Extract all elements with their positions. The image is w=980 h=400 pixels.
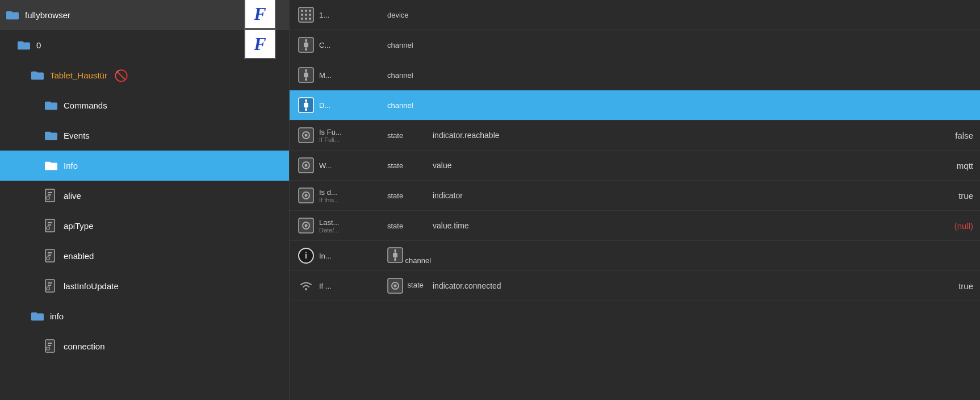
type-channel-d: channel bbox=[387, 101, 433, 110]
desc-main-lastinfo-val: Last... bbox=[319, 218, 387, 227]
content-row-lastinfo-val[interactable]: Last... Date/... state value.time (null) bbox=[290, 211, 980, 241]
role-lastinfo-val: value.time bbox=[433, 221, 928, 230]
folder-icon-tablet bbox=[30, 69, 45, 82]
desc-sub-lastinfo-val: Date/... bbox=[319, 227, 387, 234]
svg-point-23 bbox=[309, 10, 311, 12]
tree-item-fullybrowser[interactable]: fullybrowser F bbox=[0, 0, 289, 30]
content-row-channel-c[interactable]: C... channel bbox=[290, 30, 980, 60]
svg-rect-13 bbox=[48, 282, 52, 284]
tree-label-commands: Commands bbox=[64, 101, 107, 110]
tree-label-enabled: enabled bbox=[64, 251, 94, 261]
svg-point-28 bbox=[305, 18, 307, 20]
tree-item-apitype[interactable]: apiType bbox=[0, 211, 289, 241]
svg-rect-18 bbox=[48, 345, 51, 346]
tree-item-connection[interactable]: connection bbox=[0, 331, 289, 361]
tree-item-lastinfoupdate[interactable]: lastInfoUpdate bbox=[0, 271, 289, 301]
channel-c-icon bbox=[296, 35, 316, 55]
tree-item-0[interactable]: 0 F bbox=[0, 30, 289, 60]
letter-icon-1: F bbox=[244, 0, 276, 29]
content-row-info-channel[interactable]: i In... channel bbox=[290, 241, 980, 271]
tree-item-events[interactable]: Events bbox=[0, 120, 289, 151]
svg-point-38 bbox=[305, 69, 307, 72]
channel-d-icon bbox=[296, 95, 316, 115]
svg-point-34 bbox=[305, 48, 307, 51]
desc-main-apitype-val: W... bbox=[319, 161, 387, 170]
svg-point-65 bbox=[394, 285, 397, 288]
svg-rect-32 bbox=[304, 43, 308, 47]
desc-main-connection-val: If ... bbox=[319, 282, 387, 290]
svg-rect-17 bbox=[48, 343, 52, 344]
desc-col-lastinfo-val: Last... Date/... bbox=[319, 218, 387, 234]
svg-point-44 bbox=[305, 109, 307, 111]
content-row-channel-d[interactable]: D... channel bbox=[290, 90, 980, 120]
svg-rect-9 bbox=[48, 252, 52, 253]
svg-rect-14 bbox=[48, 285, 51, 286]
tree-label-lastinfoupdate: lastInfoUpdate bbox=[64, 281, 119, 291]
content-row-reachable[interactable]: Is Fu... If Fuli... state indicator.reac… bbox=[290, 120, 980, 151]
state-enabled-icon bbox=[296, 186, 316, 205]
tree-label-info2: info bbox=[50, 311, 64, 321]
tree-label-info: Info bbox=[64, 161, 78, 170]
file-icon-alive bbox=[43, 190, 59, 202]
folder-icon-commands bbox=[43, 99, 59, 112]
svg-point-21 bbox=[301, 10, 303, 12]
tree-label-apitype: apiType bbox=[64, 221, 94, 231]
tree-label-fullybrowser: fullybrowser bbox=[25, 10, 70, 20]
svg-point-22 bbox=[305, 10, 307, 12]
tree-item-info[interactable]: Info bbox=[0, 151, 289, 181]
svg-point-29 bbox=[309, 18, 311, 20]
type-channel-c: channel bbox=[387, 41, 433, 49]
info-badge: i bbox=[298, 248, 314, 264]
tree-label-tablet: Tablet_Haustür bbox=[50, 70, 107, 80]
type-apitype-val: state bbox=[387, 161, 433, 170]
svg-point-61 bbox=[394, 259, 396, 261]
svg-rect-6 bbox=[48, 224, 51, 226]
type-reachable: state bbox=[387, 131, 433, 140]
tree-label-0: 0 bbox=[36, 40, 41, 50]
svg-rect-10 bbox=[48, 255, 51, 256]
value-lastinfo-val: (null) bbox=[928, 221, 973, 231]
svg-point-60 bbox=[394, 249, 396, 252]
folder-icon bbox=[5, 9, 20, 22]
svg-point-39 bbox=[305, 78, 307, 81]
content-panel: 1... device C... channel bbox=[290, 0, 980, 400]
content-row-device[interactable]: 1... device bbox=[290, 0, 980, 30]
content-row-connection-val[interactable]: If ... state indicator.connected true bbox=[290, 271, 980, 301]
tree-item-alive[interactable]: alive bbox=[0, 181, 289, 211]
folder-icon-0 bbox=[16, 39, 32, 52]
tree-item-enabled[interactable]: enabled bbox=[0, 241, 289, 271]
svg-point-33 bbox=[305, 39, 307, 41]
desc-col-device: 1... bbox=[319, 11, 387, 19]
content-row-channel-m[interactable]: M... channel bbox=[290, 60, 980, 90]
type-device: device bbox=[387, 11, 433, 19]
tree-item-tablet-haustur[interactable]: Tablet_Haustür 🚫 bbox=[0, 60, 289, 90]
file-icon-enabled bbox=[43, 250, 59, 262]
desc-col-info-channel: In... bbox=[319, 252, 387, 260]
desc-sub-enabled-val: If this... bbox=[319, 197, 387, 203]
svg-rect-5 bbox=[48, 222, 52, 223]
svg-point-47 bbox=[305, 134, 308, 137]
desc-main-enabled-val: Is d... bbox=[319, 188, 387, 197]
tree-label-alive: alive bbox=[64, 191, 81, 201]
svg-rect-2 bbox=[48, 194, 51, 195]
desc-main-channel-d: D... bbox=[319, 101, 387, 110]
tree-label-connection: connection bbox=[64, 341, 105, 351]
desc-main-device: 1... bbox=[319, 11, 387, 19]
content-row-enabled-val[interactable]: Is d... If this... state indicator true bbox=[290, 181, 980, 211]
svg-point-27 bbox=[301, 18, 303, 20]
svg-point-43 bbox=[305, 99, 307, 102]
type-channel-m: channel bbox=[387, 71, 433, 80]
tree-item-info2[interactable]: info bbox=[0, 301, 289, 331]
svg-point-24 bbox=[301, 14, 303, 16]
role-connection-val: indicator.connected bbox=[433, 281, 928, 290]
content-row-apitype-val[interactable]: W... state value mqtt bbox=[290, 151, 980, 181]
tree-item-commands[interactable]: Commands bbox=[0, 90, 289, 120]
svg-rect-1 bbox=[48, 192, 52, 193]
desc-main-info-channel: In... bbox=[319, 252, 387, 260]
type-enabled-val: state bbox=[387, 191, 433, 200]
state-reachable-icon bbox=[296, 126, 316, 145]
role-reachable: indicator.reachable bbox=[433, 131, 928, 140]
file-icon-apitype bbox=[43, 220, 59, 232]
folder-icon-events bbox=[43, 130, 59, 142]
file-icon-lastinfoupdate bbox=[43, 280, 59, 293]
